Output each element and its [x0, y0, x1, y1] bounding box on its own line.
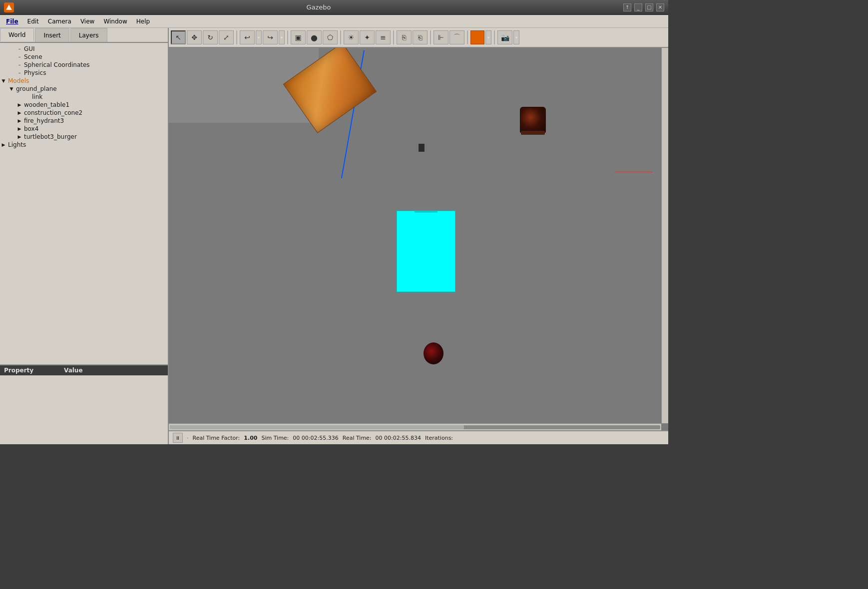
tree-item-construction-cone[interactable]: construction_cone2 [0, 109, 168, 117]
menu-camera[interactable]: Camera [44, 17, 75, 26]
sphere-button[interactable]: ● [307, 30, 322, 44]
toolbar-sep-6 [467, 30, 468, 44]
main-layout: World Insert Layers – GUI – Scene [0, 28, 668, 444]
horizontal-scrollbar[interactable] [169, 423, 661, 430]
tab-insert[interactable]: Insert [35, 28, 69, 42]
snap-button[interactable]: ⌒ [449, 30, 464, 44]
tree-arrow-wooden-table [16, 101, 23, 108]
screenshot-button[interactable]: 📷 [497, 30, 512, 44]
paste-button[interactable]: ⎗ [413, 30, 428, 44]
svg-rect-3 [169, 48, 319, 123]
canvas-area[interactable] [169, 48, 668, 430]
menu-help[interactable]: Help [132, 17, 154, 26]
status-bar: ⏸ · Real Time Factor: 1.00 Sim Time: 00 … [169, 430, 668, 444]
sim-time-label: Sim Time: [261, 435, 289, 441]
toolbar-sep-7 [494, 30, 495, 44]
red-line [615, 172, 652, 172]
tree-arrow-link [24, 93, 31, 100]
point-light-button[interactable]: ✦ [360, 30, 375, 44]
real-time-value: 00 00:02:55.834 [376, 435, 421, 441]
tree-arrow-box [16, 125, 23, 132]
pause-dot: · [187, 435, 189, 441]
tree-item-gui[interactable]: – GUI [0, 45, 168, 53]
tree-item-wooden-table[interactable]: wooden_table1 [0, 101, 168, 109]
toolbar-sep-2 [287, 30, 288, 44]
menu-bar: File Edit Camera View Window Help [0, 15, 668, 28]
color-button[interactable] [470, 30, 484, 44]
tree-item-scene[interactable]: – Scene [0, 53, 168, 61]
scale-tool-button[interactable]: ⤢ [219, 30, 234, 44]
select-tool-button[interactable]: ↖ [171, 30, 186, 44]
viewport: ↖ ✥ ↻ ⤢ ↩ ▾ ↪ ▾ ▣ ● ⬠ ☀ ✦ ≡ ⎘ ⎗ ⊩ [169, 28, 668, 444]
tree-arrow-lights [0, 141, 7, 148]
tree-arrow-scene: – [16, 53, 23, 60]
tree-item-box[interactable]: box4 [0, 125, 168, 133]
left-panel: World Insert Layers – GUI – Scene [0, 28, 169, 444]
redo-button[interactable]: ↪ [263, 30, 278, 44]
real-time-label: Real Time: [343, 435, 372, 441]
rotate-tool-button[interactable]: ↻ [203, 30, 218, 44]
menu-edit[interactable]: Edit [23, 17, 43, 26]
window-close[interactable]: ✕ [656, 3, 664, 11]
grid-background [169, 48, 319, 123]
realtime-factor-label: Real Time Factor: [193, 435, 240, 441]
window-title: Gazebo [14, 3, 623, 11]
window-minimize[interactable]: _ [634, 3, 642, 11]
menu-file[interactable]: File [2, 17, 22, 26]
blue-axis-line [341, 50, 365, 178]
box-button[interactable]: ▣ [291, 30, 306, 44]
menu-window[interactable]: Window [99, 17, 131, 26]
window-maximize-up[interactable]: ↑ [623, 3, 631, 11]
toolbar-sep-5 [430, 30, 431, 44]
title-bar: Gazebo ↑ _ □ ✕ [0, 0, 668, 15]
spot-light-button[interactable]: ≡ [376, 30, 391, 44]
tree-item-lights[interactable]: Lights [0, 141, 168, 149]
pause-button[interactable]: ⏸ [173, 433, 183, 443]
property-col-header: Property [4, 367, 64, 374]
tree-item-ground-plane[interactable]: ground_plane [0, 85, 168, 93]
dark-bottom-object[interactable] [424, 342, 443, 364]
toolbar-sep-3 [340, 30, 341, 44]
tree-item-physics[interactable]: – Physics [0, 69, 168, 77]
copy-button[interactable]: ⎘ [397, 30, 412, 44]
color-dropdown[interactable]: ▾ [485, 30, 491, 44]
tree-arrow-construction-cone [16, 109, 23, 116]
svg-marker-0 [6, 4, 12, 10]
realtime-factor-value: 1.00 [244, 435, 257, 441]
translate-tool-button[interactable]: ✥ [187, 30, 202, 44]
tree-arrow-physics: – [16, 69, 23, 76]
cylinder-button[interactable]: ⬠ [323, 30, 338, 44]
tree-item-turtlebot[interactable]: turtlebot3_burger [0, 133, 168, 141]
tab-world[interactable]: World [0, 28, 34, 42]
align-button[interactable]: ⊩ [434, 30, 448, 44]
tree-arrow-ground-plane [8, 85, 15, 92]
tree-item-models[interactable]: Models [0, 77, 168, 85]
tree-arrow-turtlebot [16, 133, 23, 140]
vertical-scrollbar[interactable] [661, 48, 668, 423]
construction-cone[interactable] [520, 107, 546, 133]
value-col-header: Value [64, 367, 164, 374]
cyan-box[interactable] [397, 211, 455, 292]
small-figure[interactable] [419, 144, 425, 152]
window-controls: ↑ _ □ ✕ [623, 3, 664, 11]
toolbar-sep-1 [236, 30, 237, 44]
undo-button[interactable]: ↩ [240, 30, 255, 44]
menu-view[interactable]: View [76, 17, 98, 26]
property-header: Property Value [0, 365, 168, 375]
app-logo [4, 2, 14, 12]
directional-light-button[interactable]: ☀ [344, 30, 359, 44]
undo-dropdown[interactable]: ▾ [256, 30, 262, 44]
tree-item-spherical-coords[interactable]: – Spherical Coordinates [0, 61, 168, 69]
toolbar-sep-4 [393, 30, 394, 44]
property-panel: Property Value [0, 364, 168, 444]
tabs: World Insert Layers [0, 28, 168, 43]
tree-item-link[interactable]: link [0, 93, 168, 101]
iterations-label: Iterations: [425, 435, 453, 441]
tree-arrow-fire-hydrant [16, 117, 23, 124]
tab-layers[interactable]: Layers [70, 28, 107, 42]
screenshot-dropdown[interactable]: ▾ [513, 30, 519, 44]
scrollbar-track [170, 425, 660, 429]
tree-item-fire-hydrant[interactable]: fire_hydrant3 [0, 117, 168, 125]
window-maximize[interactable]: □ [645, 3, 653, 11]
redo-dropdown[interactable]: ▾ [279, 30, 285, 44]
